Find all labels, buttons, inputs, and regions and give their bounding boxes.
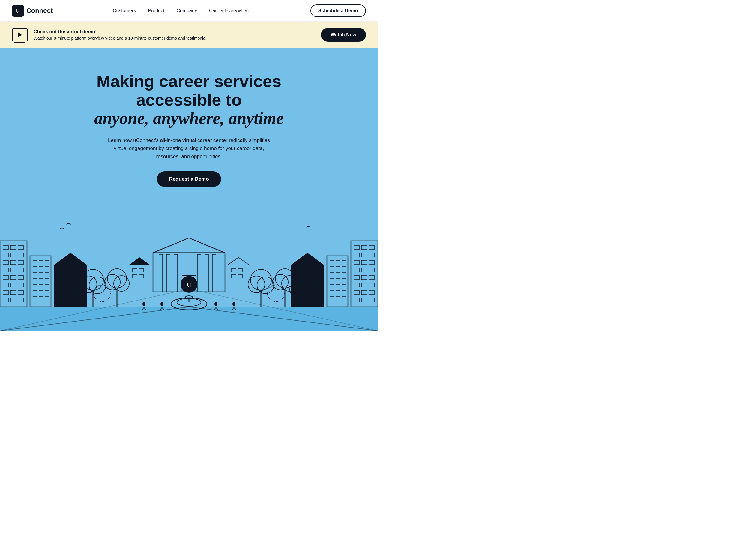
- schedule-demo-button[interactable]: Schedule a Demo: [311, 5, 366, 17]
- svg-rect-1: [0, 307, 378, 331]
- svg-rect-107: [291, 265, 324, 307]
- logo-icon: u: [12, 5, 24, 17]
- svg-text:u: u: [187, 281, 191, 288]
- svg-point-156: [143, 302, 146, 306]
- hero-illustration: u: [0, 205, 378, 331]
- banner-title: Check out the virtual demo!: [34, 29, 206, 35]
- nav-links: Customers Product Company Career Everywh…: [113, 8, 250, 14]
- nav-customers[interactable]: Customers: [113, 8, 136, 14]
- hero-title: Making career services accessible to any…: [75, 72, 303, 128]
- svg-point-164: [214, 302, 217, 306]
- banner-text: Check out the virtual demo! Watch our 8-…: [34, 29, 206, 41]
- hero-title-line2: anyone, anywhere, anytime: [94, 109, 284, 127]
- svg-point-160: [161, 302, 164, 306]
- campus-illustration-svg: u: [0, 205, 378, 331]
- banner-description: Watch our 8-minute platform overview vid…: [34, 36, 206, 41]
- hero-section: Making career services accessible to any…: [0, 48, 378, 331]
- svg-point-168: [232, 302, 235, 306]
- announcement-banner: Check out the virtual demo! Watch our 8-…: [0, 22, 378, 48]
- hero-title-line1: Making career services accessible to: [97, 72, 281, 109]
- logo-u-letter: u: [16, 7, 20, 14]
- video-play-icon: [12, 28, 28, 42]
- watch-now-button[interactable]: Watch Now: [321, 28, 366, 42]
- logo[interactable]: u Connect: [12, 5, 53, 17]
- request-demo-button[interactable]: Request a Demo: [157, 171, 221, 187]
- nav-career-everywhere[interactable]: Career Everywhere: [209, 8, 250, 14]
- nav-company[interactable]: Company: [177, 8, 197, 14]
- svg-rect-49: [54, 265, 87, 307]
- nav-product[interactable]: Product: [148, 8, 165, 14]
- navbar: u Connect Customers Product Company Care…: [0, 0, 378, 22]
- banner-content: Check out the virtual demo! Watch our 8-…: [12, 28, 206, 42]
- hero-subtitle: Learn how uConnect's all-in-one virtual …: [102, 136, 276, 161]
- logo-text: Connect: [26, 7, 53, 15]
